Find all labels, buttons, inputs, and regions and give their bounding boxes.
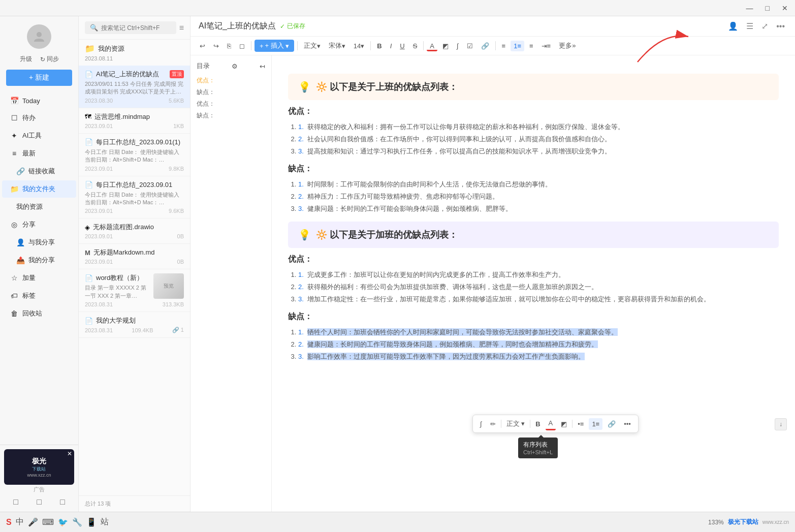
sidebar-item-share-with-me[interactable]: 👤 与我分享 — [2, 234, 76, 251]
float-formula-btn[interactable]: ∫ — [477, 418, 485, 430]
user-icon[interactable]: 👤 — [726, 20, 740, 32]
undo-button[interactable]: ↩ — [197, 41, 208, 51]
sidebar-item-my-share[interactable]: 📤 我的分享 — [2, 252, 76, 269]
toc-item-cons2[interactable]: 缺点： — [197, 110, 265, 121]
selected-text: 健康问题：长时间的工作可能导致身体问题，例如颈椎病、肥胖等，同时也会增加精神压力… — [307, 340, 598, 348]
more-icon[interactable]: ••• — [774, 21, 787, 32]
file-item-daily2[interactable]: 📄 每日工作总结_2023.09.01 今日工作 日期 Date： 使用快捷键输… — [79, 176, 190, 219]
checkbox-button[interactable]: ☑ — [464, 41, 476, 51]
taskbar: S 中 🎤 ⌨ 🐦 🔧 📱 站 133% 极光下载站 www.xzz.cn — [0, 512, 795, 532]
bottom-icon-1[interactable]: □ — [13, 497, 18, 507]
bottom-icon-2[interactable]: □ — [37, 497, 42, 507]
sidebar-item-favorites[interactable]: ☆ 加量 — [2, 269, 76, 287]
toc-item-pros2[interactable]: 优点： — [197, 98, 265, 110]
align-left-button[interactable]: ≡ — [526, 41, 536, 51]
underline-button[interactable]: U — [397, 41, 407, 51]
file-item-flowchart[interactable]: ◈ 无标题流程图.drawio 2023.09.01 0B — [79, 218, 190, 244]
maximize-button[interactable]: □ — [762, 3, 773, 13]
close-button[interactable]: ✕ — [779, 3, 791, 13]
font-color-button[interactable]: A — [427, 41, 437, 51]
selected-text: 牺牲个人时间：加班会牺牲你的个人时间和家庭时间，可能会导致你无法按时参加社交活动… — [307, 328, 618, 336]
expand-icon[interactable]: ⤢ — [759, 20, 770, 32]
toc-collapse-icon[interactable]: ↤ — [260, 62, 265, 70]
taskbar-zh-icon[interactable]: 中 — [16, 517, 24, 527]
scroll-to-bottom-button[interactable]: ↓ — [775, 418, 787, 430]
sidebar-item-my-folder[interactable]: 📁 我的文件夹 — [2, 180, 76, 198]
float-bold-btn[interactable]: B — [532, 418, 543, 430]
sidebar-item-my-resources[interactable]: 我的资源 — [2, 198, 76, 215]
copy-button[interactable]: ⎘ — [224, 41, 234, 51]
avatar[interactable] — [27, 24, 51, 49]
format-style-btn[interactable]: 正文 ▾ — [301, 40, 324, 52]
sort-button[interactable]: ≡ — [179, 23, 184, 33]
redo-button[interactable]: ↪ — [210, 41, 222, 51]
sidebar-item-recent[interactable]: ≡ 最新 — [2, 145, 76, 162]
float-ordered-btn[interactable]: 1≡ — [589, 418, 602, 430]
sidebar-item-tags[interactable]: 🏷 标签 — [2, 287, 76, 304]
float-edit-btn[interactable]: ✏ — [487, 418, 499, 430]
bold-button[interactable]: B — [374, 41, 385, 51]
sidebar-item-ai-tools[interactable]: ✦ AI工具 — [2, 127, 76, 144]
note-title-row: AI笔记_上班的优缺点 ✓ 已保存 — [199, 21, 305, 32]
ad-close-button[interactable]: ✕ — [67, 450, 72, 457]
font-btn[interactable]: 宋体 ▾ — [326, 40, 348, 52]
main-layout: 升级 ↻ 同步 + 新建 📅 Today ☐ 待办 ✦ AI工具 ≡ 最新 — [0, 16, 795, 512]
float-highlight-btn[interactable]: ◩ — [558, 418, 570, 430]
toc-item-cons1[interactable]: 缺点： — [197, 86, 265, 98]
sidebar-item-share[interactable]: ◎ 分享 — [2, 216, 76, 233]
file-item-college[interactable]: 📄 我的大学规划 2023.08.31 109.4KB 🔗 1 — [79, 312, 190, 338]
search-bar[interactable]: 🔍 — [85, 21, 176, 34]
ordered-list-button[interactable]: 1≡ — [511, 41, 524, 51]
ad-banner[interactable]: ✕ 极光 下载站 www.xzz.cn — [4, 449, 74, 485]
insert-button[interactable]: + + 插入 ▾ — [255, 40, 294, 52]
lightbulb2-icon: 💡 — [298, 229, 311, 241]
more-button[interactable]: 更多» — [556, 40, 579, 52]
separator — [530, 420, 530, 428]
file-item-word[interactable]: 📄 word教程（新） 目录 第一章 XXXXX 2 第一节 XXX 2 第一章… — [79, 269, 190, 312]
search-input[interactable] — [101, 24, 171, 32]
separator — [370, 41, 371, 50]
taskbar-mic-icon[interactable]: 🎤 — [28, 517, 38, 527]
new-button[interactable]: + 新建 — [6, 70, 72, 86]
file-item-daily1[interactable]: 📄 每日工作总结_2023.09.01(1) 今日工作 日期 Date： 使用快… — [79, 134, 190, 176]
sidebar: 升级 ↻ 同步 + 新建 📅 Today ☐ 待办 ✦ AI工具 ≡ 最新 — [0, 16, 79, 512]
sync-button[interactable]: ↻ 同步 — [40, 55, 59, 64]
sidebar-item-todo[interactable]: ☐ 待办 — [2, 109, 76, 127]
bullet-list-button[interactable]: ≡ — [499, 41, 509, 51]
link-button[interactable]: 🔗 — [478, 41, 492, 51]
font-size-btn[interactable]: 14 ▾ — [351, 41, 367, 51]
float-format-btn[interactable]: 正文 ▾ — [503, 417, 528, 430]
float-bullet-btn[interactable]: •≡ — [575, 418, 587, 430]
floating-toolbar: ∫ ✏ 正文 ▾ B A ◩ •≡ 1≡ 🔗 ••• — [472, 415, 639, 433]
file-item-ai-note[interactable]: 📄 AI笔记_上班的优缺点 置顶 2023/09/01 11:53 今日任务 完… — [79, 66, 190, 108]
note-editor[interactable]: 💡 🔆 以下是关于上班的优缺点列表： 优点： 1. 获得稳定的收入和福利：拥有一… — [272, 55, 795, 512]
sidebar-item-link-collect[interactable]: 🔗 链接收藏 — [2, 163, 76, 180]
note-content-wrapper: 目录 ⚙ ↤ 优点： 缺点： 优点： 缺点： 💡 🔆 以下是关于上班的优缺点列表… — [190, 55, 795, 512]
file-item-mindmap[interactable]: 🗺 运营思维.mindmap 2023.09.01 1KB — [79, 108, 190, 134]
bottom-icon-3[interactable]: □ — [60, 497, 65, 507]
highlight-button[interactable]: ◩ — [439, 41, 452, 51]
float-color-btn[interactable]: A — [546, 417, 556, 430]
file-item-markdown[interactable]: M 无标题Markdown.md 2023.09.01 0B — [79, 244, 190, 269]
eraser-button[interactable]: ◻ — [236, 41, 248, 51]
float-link-btn[interactable]: 🔗 — [605, 418, 619, 430]
indent-button[interactable]: ⇥≡ — [538, 41, 554, 51]
float-more-btn[interactable]: ••• — [621, 418, 634, 430]
taskbar-station-icon[interactable]: 站 — [101, 517, 109, 527]
menu-icon[interactable]: ☰ — [744, 20, 755, 32]
toc-settings-icon[interactable]: ⚙ — [232, 62, 238, 70]
taskbar-bird-icon[interactable]: 🐦 — [58, 517, 68, 527]
taskbar-s-icon[interactable]: S — [6, 518, 12, 527]
formula-button[interactable]: ∫ — [454, 41, 462, 51]
taskbar-keyboard-icon[interactable]: ⌨ — [42, 517, 54, 527]
minimize-button[interactable]: — — [743, 3, 756, 13]
brand-sub: www.xzz.cn — [762, 519, 789, 525]
taskbar-phone-icon[interactable]: 📱 — [86, 517, 97, 527]
strikethrough-button[interactable]: S — [410, 41, 421, 51]
italic-button[interactable]: I — [387, 41, 395, 51]
toc-item-pros1[interactable]: 优点： — [197, 75, 265, 86]
upgrade-button[interactable]: 升级 — [20, 55, 32, 64]
taskbar-tools-icon[interactable]: 🔧 — [72, 517, 82, 527]
sidebar-item-trash[interactable]: 🗑 回收站 — [2, 305, 76, 322]
sidebar-item-today[interactable]: 📅 Today — [2, 92, 76, 109]
